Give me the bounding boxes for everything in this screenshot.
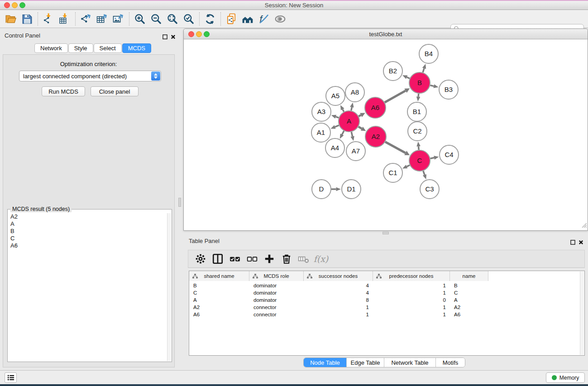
table-cell[interactable]: dominator — [249, 296, 304, 304]
close-panel-button[interactable]: Close panel — [91, 86, 139, 96]
edge-C-C3[interactable] — [423, 171, 425, 175]
table-cell[interactable]: 8 — [304, 296, 373, 304]
edge-A-A2[interactable] — [359, 127, 362, 129]
table-cell[interactable]: A — [189, 296, 249, 304]
edge-B-B2[interactable] — [407, 77, 410, 79]
table-cell[interactable]: 4 — [304, 289, 373, 296]
tab-motifs[interactable]: Motifs — [436, 358, 465, 367]
tab-network[interactable]: Network — [34, 43, 68, 53]
edge-A-A5[interactable] — [343, 110, 344, 112]
zoom-fit-icon[interactable] — [164, 11, 181, 27]
mcds-result-item[interactable]: B — [8, 228, 166, 235]
tab-node-table[interactable]: Node Table — [304, 358, 347, 367]
table-cell[interactable]: A2 — [450, 304, 488, 311]
table-cell[interactable]: B — [189, 282, 249, 289]
export-image-icon[interactable] — [110, 11, 127, 27]
split-view-icon[interactable] — [209, 251, 226, 267]
table-cell[interactable]: 1 — [373, 289, 450, 296]
welcome-screen-icon[interactable] — [239, 11, 256, 27]
zoom-in-icon[interactable] — [132, 11, 148, 27]
save-session-icon[interactable] — [19, 11, 35, 27]
zoom-out-icon[interactable] — [148, 11, 164, 27]
edge-A6-B[interactable] — [385, 91, 406, 102]
delete-row-icon[interactable] — [278, 251, 295, 267]
edge-C-C2[interactable] — [419, 146, 419, 150]
toggle-graphics-details-icon[interactable]: f — [256, 11, 272, 27]
table-panel-float-icon[interactable] — [570, 238, 575, 247]
control-panel-float-icon[interactable] — [163, 33, 167, 41]
column-header-MCDS-role[interactable]: MCDS role — [249, 271, 304, 281]
column-header-name[interactable]: name — [450, 271, 488, 281]
table-row[interactable]: Bdominator41B — [189, 282, 580, 289]
deselect-all-icon[interactable] — [244, 251, 261, 267]
table-cell[interactable]: C — [189, 289, 249, 296]
network-canvas[interactable]: B4B2BB3A5A8A6A3B1AA1C2A2A4A7C4CC1C3DD1 — [184, 39, 588, 230]
settings-icon[interactable] — [192, 251, 209, 267]
edge-B-B4[interactable] — [423, 68, 424, 72]
export-network-icon[interactable] — [78, 11, 94, 27]
show-hide-panels-icon[interactable] — [272, 11, 288, 27]
table-row[interactable]: Cdominator41C — [189, 289, 580, 296]
tab-select[interactable]: Select — [94, 43, 122, 53]
zoom-selected-icon[interactable] — [181, 11, 197, 27]
tab-mcds[interactable]: MCDS — [122, 43, 151, 53]
optimization-criterion-dropdown[interactable]: largest connected component (directed) — [19, 71, 161, 81]
table-cell[interactable]: A6 — [189, 311, 249, 318]
table-cell[interactable]: dominator — [249, 289, 304, 296]
task-history-button[interactable] — [5, 372, 17, 383]
table-scrollbar[interactable] — [580, 272, 584, 355]
table-cell[interactable]: 1 — [373, 311, 450, 318]
mcds-result-item[interactable]: A6 — [8, 242, 166, 249]
edge-A-A8[interactable] — [351, 107, 352, 111]
edge-A-A3[interactable] — [336, 117, 339, 118]
select-all-icon[interactable] — [226, 251, 244, 267]
run-mcds-button[interactable]: Run MCDS — [42, 86, 85, 96]
table-cell[interactable]: A — [450, 296, 488, 304]
refresh-layout-icon[interactable] — [202, 11, 218, 27]
table-cell[interactable]: C — [450, 289, 488, 296]
table-row[interactable]: Adominator80A — [189, 296, 580, 304]
column-header-predecessor-nodes[interactable]: predecessor nodes — [373, 271, 450, 281]
tab-edge-table[interactable]: Edge Table — [347, 358, 384, 367]
table-panel-close-icon[interactable] — [578, 238, 583, 247]
edge-B-B1[interactable] — [418, 94, 419, 97]
table-cell[interactable]: 1 — [373, 282, 450, 289]
edge-A-A1[interactable] — [335, 125, 339, 127]
table-cell[interactable]: connector — [249, 304, 304, 311]
mcds-result-item[interactable]: C — [8, 235, 166, 242]
mcds-result-scrollbar[interactable] — [167, 213, 171, 361]
table-cell[interactable]: A6 — [450, 311, 488, 318]
edge-A2-C[interactable] — [385, 142, 406, 153]
table-cell[interactable]: dominator — [249, 282, 304, 289]
column-header-shared-name[interactable]: shared name — [189, 271, 249, 281]
mcds-result-item[interactable]: A — [8, 220, 166, 228]
table-cell[interactable]: 1 — [304, 311, 373, 318]
edge-A-A6[interactable] — [359, 115, 361, 116]
import-network-icon[interactable] — [40, 11, 57, 27]
new-network-from-selection-icon[interactable] — [223, 11, 239, 27]
column-header-successor-nodes[interactable]: successor nodes — [304, 271, 373, 281]
horizontal-splitter-handle[interactable] — [382, 232, 389, 234]
edge-C-C4[interactable] — [430, 158, 435, 159]
table-cell[interactable]: connector — [249, 311, 304, 318]
import-table-icon[interactable] — [57, 11, 73, 27]
control-panel-close-icon[interactable] — [171, 33, 176, 41]
table-row[interactable]: A6connector11A6 — [189, 311, 580, 318]
table-cell[interactable]: B — [450, 282, 488, 289]
resize-grip-icon[interactable] — [581, 222, 587, 230]
tab-style[interactable]: Style — [68, 43, 93, 53]
table-cell[interactable]: 4 — [304, 282, 373, 289]
table-cell[interactable]: A2 — [189, 304, 249, 311]
edge-B-B3[interactable] — [430, 85, 434, 86]
edge-A-A7[interactable] — [351, 132, 352, 136]
network-window-titlebar[interactable]: testGlobe.txt — [184, 29, 588, 39]
table-cell[interactable]: 1 — [304, 304, 373, 311]
memory-button[interactable]: Memory — [546, 372, 585, 383]
table-cell[interactable]: 0 — [373, 296, 450, 304]
table-row[interactable]: A2connector11A2 — [189, 304, 580, 311]
add-row-icon[interactable] — [261, 251, 278, 267]
vertical-splitter-handle[interactable] — [178, 198, 181, 207]
table-cell[interactable]: 1 — [373, 304, 450, 311]
open-session-icon[interactable] — [3, 11, 19, 27]
export-table-icon[interactable] — [94, 11, 110, 27]
